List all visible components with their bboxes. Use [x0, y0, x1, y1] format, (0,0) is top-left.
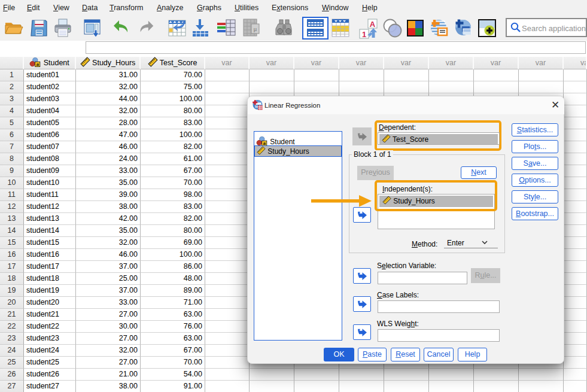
svg-text:μ: μ	[254, 25, 257, 32]
svg-text:1: 1	[362, 30, 366, 39]
svg-text:A: A	[370, 20, 376, 29]
svg-text:a: a	[37, 61, 39, 67]
